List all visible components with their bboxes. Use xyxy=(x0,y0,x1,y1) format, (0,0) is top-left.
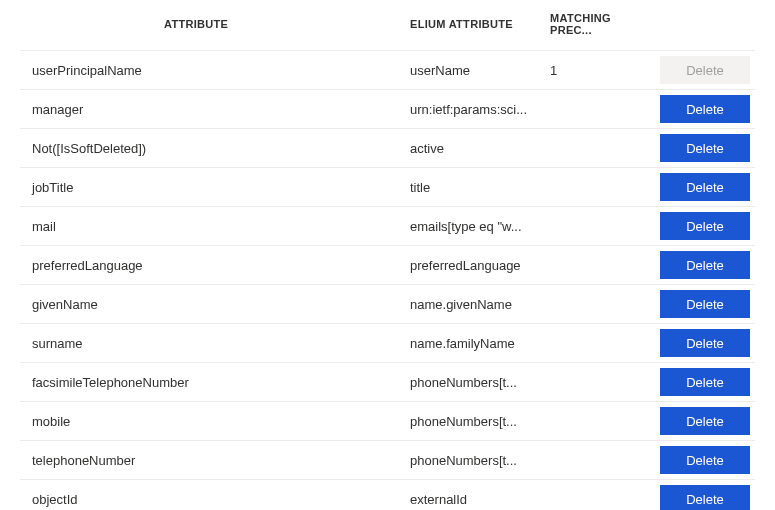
cell-action: Delete xyxy=(650,251,750,279)
cell-elium-attribute: active xyxy=(410,141,550,156)
delete-button[interactable]: Delete xyxy=(660,134,750,162)
table-row: mobilephoneNumbers[t...Delete xyxy=(20,401,755,440)
cell-action: Delete xyxy=(650,95,750,123)
delete-button[interactable]: Delete xyxy=(660,407,750,435)
delete-button[interactable]: Delete xyxy=(660,290,750,318)
delete-button[interactable]: Delete xyxy=(660,251,750,279)
cell-attribute: surname xyxy=(20,336,410,351)
table-row: facsimileTelephoneNumberphoneNumbers[t..… xyxy=(20,362,755,401)
cell-action: Delete xyxy=(650,173,750,201)
delete-button[interactable]: Delete xyxy=(660,368,750,396)
delete-button[interactable]: Delete xyxy=(660,173,750,201)
cell-attribute: facsimileTelephoneNumber xyxy=(20,375,410,390)
delete-button[interactable]: Delete xyxy=(660,95,750,123)
cell-action: Delete xyxy=(650,368,750,396)
delete-button[interactable]: Delete xyxy=(660,485,750,510)
cell-action: Delete xyxy=(650,56,750,84)
cell-elium-attribute: urn:ietf:params:sci... xyxy=(410,102,550,117)
cell-attribute: mail xyxy=(20,219,410,234)
delete-button[interactable]: Delete xyxy=(660,446,750,474)
cell-elium-attribute: phoneNumbers[t... xyxy=(410,453,550,468)
cell-action: Delete xyxy=(650,329,750,357)
cell-attribute: objectId xyxy=(20,492,410,507)
table-row: userPrincipalNameuserName1Delete xyxy=(20,50,755,89)
delete-button: Delete xyxy=(660,56,750,84)
table-row: jobTitletitleDelete xyxy=(20,167,755,206)
cell-elium-attribute: externalId xyxy=(410,492,550,507)
table-header-row: ATTRIBUTE ELIUM ATTRIBUTE MATCHING PREC.… xyxy=(20,0,755,50)
cell-action: Delete xyxy=(650,212,750,240)
cell-elium-attribute: emails[type eq "w... xyxy=(410,219,550,234)
cell-elium-attribute: userName xyxy=(410,63,550,78)
cell-elium-attribute: name.givenName xyxy=(410,297,550,312)
header-attribute: ATTRIBUTE xyxy=(20,18,410,30)
table-row: telephoneNumberphoneNumbers[t...Delete xyxy=(20,440,755,479)
cell-elium-attribute: title xyxy=(410,180,550,195)
cell-attribute: userPrincipalName xyxy=(20,63,410,78)
cell-action: Delete xyxy=(650,446,750,474)
delete-button[interactable]: Delete xyxy=(660,329,750,357)
cell-elium-attribute: phoneNumbers[t... xyxy=(410,375,550,390)
table-row: preferredLanguagepreferredLanguageDelete xyxy=(20,245,755,284)
table-row: mailemails[type eq "w...Delete xyxy=(20,206,755,245)
cell-elium-attribute: phoneNumbers[t... xyxy=(410,414,550,429)
cell-action: Delete xyxy=(650,134,750,162)
table-row: givenNamename.givenNameDelete xyxy=(20,284,755,323)
table-row: objectIdexternalIdDelete xyxy=(20,479,755,510)
cell-matching-precedence: 1 xyxy=(550,63,650,78)
cell-attribute: jobTitle xyxy=(20,180,410,195)
cell-elium-attribute: name.familyName xyxy=(410,336,550,351)
table-row: Not([IsSoftDeleted])activeDelete xyxy=(20,128,755,167)
table-row: surnamename.familyNameDelete xyxy=(20,323,755,362)
cell-attribute: preferredLanguage xyxy=(20,258,410,273)
cell-action: Delete xyxy=(650,407,750,435)
cell-attribute: mobile xyxy=(20,414,410,429)
header-matching-precedence: MATCHING PREC... xyxy=(550,12,650,36)
cell-action: Delete xyxy=(650,485,750,510)
cell-elium-attribute: preferredLanguage xyxy=(410,258,550,273)
cell-attribute: givenName xyxy=(20,297,410,312)
cell-attribute: Not([IsSoftDeleted]) xyxy=(20,141,410,156)
delete-button[interactable]: Delete xyxy=(660,212,750,240)
cell-attribute: manager xyxy=(20,102,410,117)
header-elium-attribute: ELIUM ATTRIBUTE xyxy=(410,18,550,30)
table-row: managerurn:ietf:params:sci...Delete xyxy=(20,89,755,128)
cell-attribute: telephoneNumber xyxy=(20,453,410,468)
cell-action: Delete xyxy=(650,290,750,318)
attribute-mapping-table: ATTRIBUTE ELIUM ATTRIBUTE MATCHING PREC.… xyxy=(0,0,775,510)
